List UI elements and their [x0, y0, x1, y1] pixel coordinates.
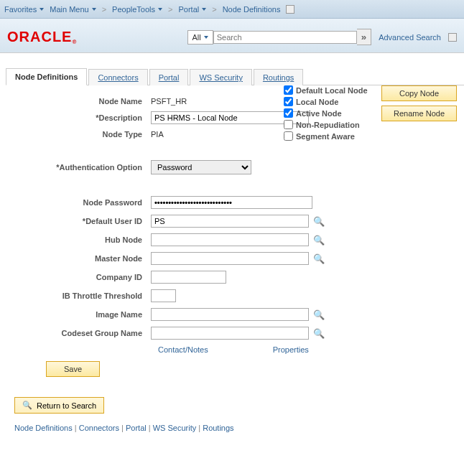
default-user-label: *Default User ID: [7, 217, 151, 225]
sub-links: Contact/Notes Properties: [158, 345, 457, 354]
link-portal[interactable]: Portal: [126, 424, 147, 432]
chevron-down-icon: [204, 36, 208, 39]
checkbox-column: Default Local Node Local Node Active Nod…: [284, 85, 368, 141]
contact-notes-link[interactable]: Contact/Notes: [158, 345, 208, 354]
node-password-label: Node Password: [7, 198, 151, 207]
form-area: Copy Node Rename Node Default Local Node…: [0, 85, 464, 444]
save-button[interactable]: Save: [46, 361, 100, 377]
chevron-down-icon: [40, 8, 44, 11]
chk-segment-aware[interactable]: Segment Aware: [284, 131, 368, 141]
copy-node-button[interactable]: Copy Node: [381, 85, 457, 101]
default-user-input[interactable]: [151, 215, 309, 228]
search-button[interactable]: »: [357, 29, 371, 45]
search-scope-dropdown[interactable]: All: [187, 30, 213, 45]
search-area: All » Advanced Search: [187, 29, 458, 45]
company-id-input[interactable]: [151, 271, 226, 284]
breadcrumb-sep: >: [212, 5, 216, 14]
tab-node-definitions[interactable]: Node Definitions: [6, 68, 87, 85]
crumb-peopletools[interactable]: PeopleTools: [112, 5, 162, 14]
main-menu[interactable]: Main Menu: [50, 5, 96, 14]
hub-node-input[interactable]: [151, 233, 309, 246]
tab-routings[interactable]: Routings: [254, 69, 303, 85]
auth-option-label: *Authentication Option: [7, 163, 151, 172]
favorites-menu[interactable]: Favorites: [4, 5, 44, 14]
breadcrumb-sep: >: [102, 5, 106, 14]
search-options-icon[interactable]: [448, 33, 457, 42]
company-id-label: Company ID: [7, 273, 151, 281]
link-routings[interactable]: Routings: [203, 424, 233, 432]
hub-node-label: Hub Node: [7, 235, 151, 244]
rename-node-button[interactable]: Rename Node: [381, 106, 457, 121]
oracle-logo: ORACLE®: [7, 29, 77, 45]
link-connectors[interactable]: Connectors: [79, 424, 119, 432]
page-icon[interactable]: [286, 5, 294, 14]
bottom-links: Node Definitions | Connectors | Portal |…: [14, 424, 457, 432]
chk-non-repudiation[interactable]: Non-Repudiation: [284, 120, 368, 129]
node-name-label: Node Name: [7, 97, 151, 106]
node-type-label: Node Type: [7, 130, 151, 139]
breadcrumb-sep: >: [168, 5, 172, 14]
node-password-input[interactable]: [151, 196, 312, 209]
chk-default-local[interactable]: Default Local Node: [284, 85, 368, 95]
throttle-label: IB Throttle Threshold: [7, 291, 151, 300]
image-name-label: Image Name: [7, 310, 151, 319]
link-ws-security[interactable]: WS Security: [153, 424, 197, 432]
lookup-icon[interactable]: 🔍: [313, 309, 325, 320]
search-input[interactable]: [213, 31, 357, 44]
tab-ws-security[interactable]: WS Security: [190, 69, 252, 85]
return-to-search-button[interactable]: 🔍 Return to Search: [14, 397, 104, 414]
lookup-icon[interactable]: 🔍: [313, 328, 325, 339]
image-name-input[interactable]: [151, 308, 309, 321]
chevron-down-icon: [158, 8, 162, 11]
chk-active-node[interactable]: Active Node: [284, 108, 368, 118]
tab-connectors[interactable]: Connectors: [88, 69, 147, 85]
chevron-down-icon: [92, 8, 96, 11]
tab-strip: Node Definitions Connectors Portal WS Se…: [6, 67, 464, 85]
master-node-input[interactable]: [151, 252, 309, 265]
crumb-node-defs[interactable]: Node Definitions: [223, 5, 281, 14]
master-node-label: Master Node: [7, 254, 151, 263]
lookup-icon[interactable]: 🔍: [313, 253, 325, 264]
header: ORACLE® All » Advanced Search: [0, 19, 464, 53]
properties-link[interactable]: Properties: [273, 345, 309, 354]
side-buttons: Copy Node Rename Node: [381, 85, 457, 121]
search-icon: 🔍: [22, 401, 32, 410]
throttle-input[interactable]: [151, 289, 176, 302]
description-label: *Description: [7, 113, 151, 122]
auth-option-select[interactable]: Password: [151, 160, 251, 174]
codeset-label: Codeset Group Name: [7, 329, 151, 337]
crumb-portal[interactable]: Portal: [178, 5, 206, 14]
chevron-down-icon: [202, 8, 206, 11]
chk-local-node[interactable]: Local Node: [284, 97, 368, 106]
codeset-input[interactable]: [151, 327, 309, 340]
advanced-search-link[interactable]: Advanced Search: [379, 33, 441, 42]
link-node-definitions[interactable]: Node Definitions: [14, 424, 73, 432]
breadcrumb: Favorites Main Menu > PeopleTools > Port…: [0, 0, 464, 19]
lookup-icon[interactable]: 🔍: [313, 235, 325, 246]
tab-portal[interactable]: Portal: [149, 69, 189, 85]
lookup-icon[interactable]: 🔍: [313, 216, 325, 227]
